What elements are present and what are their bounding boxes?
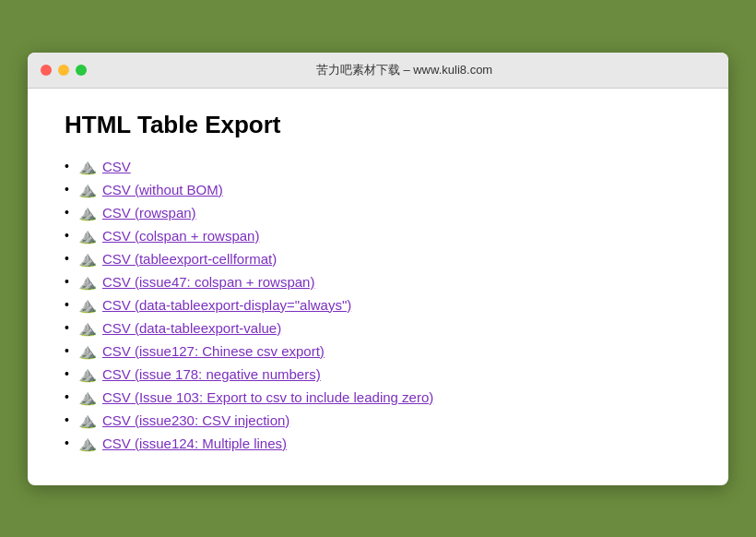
page-title: HTML Table Export — [65, 111, 691, 139]
csv-link[interactable]: CSV (tableexport-cellformat) — [102, 251, 277, 267]
file-icon: ⛰️ — [78, 435, 97, 452]
list-item: ⛰️CSV (without BOM) — [65, 181, 691, 198]
list-item: ⛰️CSV (data-tableexport-display="always"… — [65, 296, 691, 314]
file-icon: ⛰️ — [78, 158, 97, 175]
title-bar: 苦力吧素材下载 – www.kuli8.com — [28, 53, 728, 89]
file-icon: ⛰️ — [78, 319, 97, 337]
list-item: ⛰️CSV (colspan + rowspan) — [65, 227, 691, 245]
window-title: 苦力吧素材下载 – www.kuli8.com — [93, 62, 715, 78]
file-icon: ⛰️ — [78, 227, 97, 245]
close-button[interactable] — [41, 65, 52, 76]
list-item: ⛰️CSV (issue124: Multiple lines) — [65, 435, 691, 452]
csv-link[interactable]: CSV (colspan + rowspan) — [102, 228, 260, 244]
csv-link[interactable]: CSV — [102, 159, 131, 174]
list-item: ⛰️CSV (issue 178: negative numbers) — [65, 365, 691, 383]
csv-link[interactable]: CSV (without BOM) — [102, 182, 223, 197]
links-list: ⛰️CSV⛰️CSV (without BOM)⛰️CSV (rowspan)⛰… — [65, 158, 691, 452]
file-icon: ⛰️ — [78, 273, 97, 291]
list-item: ⛰️CSV (Issue 103: Export to csv to inclu… — [65, 388, 691, 406]
minimize-button[interactable] — [58, 65, 69, 76]
file-icon: ⛰️ — [78, 250, 97, 268]
file-icon: ⛰️ — [78, 296, 97, 314]
browser-window: 苦力吧素材下载 – www.kuli8.com HTML Table Expor… — [28, 53, 728, 485]
list-item: ⛰️CSV — [65, 158, 691, 175]
list-item: ⛰️CSV (tableexport-cellformat) — [65, 250, 691, 268]
file-icon: ⛰️ — [78, 388, 97, 406]
csv-link[interactable]: CSV (issue230: CSV injection) — [102, 412, 289, 428]
page-content: HTML Table Export ⛰️CSV⛰️CSV (without BO… — [28, 89, 728, 485]
csv-link[interactable]: CSV (rowspan) — [102, 205, 196, 221]
csv-link[interactable]: CSV (data-tableexport-display="always") — [102, 297, 351, 313]
csv-link[interactable]: CSV (issue47: colspan + rowspan) — [102, 274, 315, 290]
csv-link[interactable]: CSV (issue 178: negative numbers) — [102, 366, 321, 382]
file-icon: ⛰️ — [78, 181, 97, 198]
list-item: ⛰️CSV (rowspan) — [65, 204, 691, 221]
csv-link[interactable]: CSV (issue124: Multiple lines) — [102, 436, 287, 451]
file-icon: ⛰️ — [78, 342, 97, 360]
file-icon: ⛰️ — [78, 204, 97, 221]
list-item: ⛰️CSV (data-tableexport-value) — [65, 319, 691, 337]
maximize-button[interactable] — [76, 65, 87, 76]
csv-link[interactable]: CSV (data-tableexport-value) — [102, 320, 281, 336]
list-item: ⛰️CSV (issue230: CSV injection) — [65, 412, 691, 429]
file-icon: ⛰️ — [78, 365, 97, 383]
file-icon: ⛰️ — [78, 412, 97, 429]
list-item: ⛰️CSV (issue47: colspan + rowspan) — [65, 273, 691, 291]
csv-link[interactable]: CSV (issue127: Chinese csv export) — [102, 343, 325, 359]
list-item: ⛰️CSV (issue127: Chinese csv export) — [65, 342, 691, 360]
csv-link[interactable]: CSV (Issue 103: Export to csv to include… — [102, 389, 433, 405]
